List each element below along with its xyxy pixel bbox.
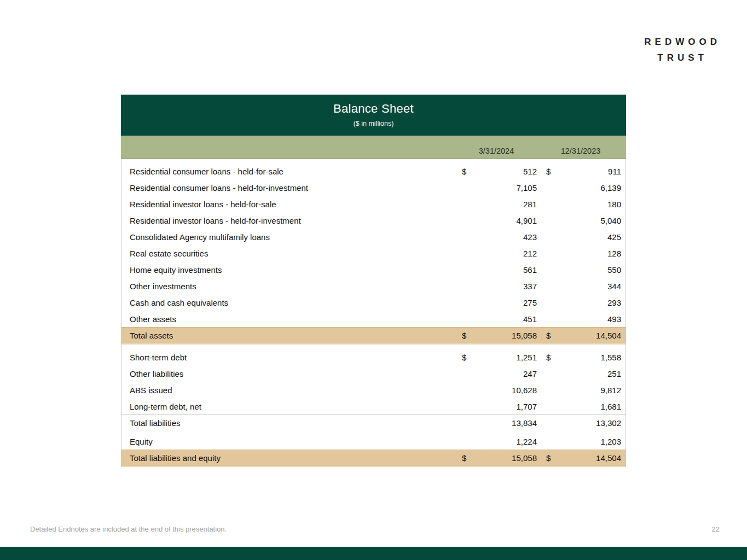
value-cell-2024: 1,707 (455, 402, 537, 411)
row-label: Consolidated Agency multifamily loans (130, 232, 455, 242)
value-cell-2024: 10,628 (455, 386, 537, 395)
value-number-2024: 212 (523, 249, 537, 258)
dollar-sign: $ (455, 167, 466, 176)
row-label: Real estate securities (130, 249, 455, 258)
dollar-sign: $ (539, 331, 551, 340)
value-cell-2024: 247 (455, 369, 537, 378)
row-label: Other investments (130, 282, 455, 291)
dollar-sign: $ (539, 353, 551, 362)
bottom-accent-bar (0, 547, 747, 560)
value-cell-2024: 4,901 (455, 216, 537, 225)
presentation-slide: REDWOOD TRUST Balance Sheet ($ in millio… (0, 0, 747, 560)
row-label: Short-term debt (130, 353, 455, 362)
table-row: Total liabilities 13,834 13,302 (121, 415, 626, 431)
column-header-2024: 3/31/2024 (455, 147, 537, 155)
value-cell-2023: 550 (539, 265, 621, 275)
value-number-2024: 13,834 (512, 418, 537, 428)
page-number: 22 (712, 525, 720, 533)
dollar-sign: $ (539, 167, 551, 176)
value-number-2024: 423 (523, 232, 537, 242)
value-cell-2024: 281 (455, 200, 537, 209)
table-row: Cash and cash equivalents 275 293 (121, 294, 626, 311)
value-cell-2024: 1,224 (455, 437, 537, 446)
value-number-2024: 7,105 (516, 183, 537, 192)
logo-line-redwood: REDWOOD (644, 34, 721, 50)
value-number-2024: 512 (523, 167, 537, 176)
column-header-band: 3/31/2024 12/31/2023 (121, 136, 626, 159)
value-cell-2023: 6,139 (539, 183, 621, 192)
footnote: Detailed Endnotes are included at the en… (30, 525, 227, 533)
row-label: Other assets (130, 314, 455, 324)
value-cell-2023: $ 911 (539, 167, 621, 176)
value-number-2023: 293 (607, 298, 621, 307)
value-cell-2023: $ 14,504 (539, 331, 621, 340)
value-cell-2023: $ 1,558 (539, 353, 621, 362)
row-label: Cash and cash equivalents (130, 298, 455, 307)
table-body: Residential consumer loans - held-for-sa… (121, 159, 626, 466)
row-label: ABS issued (130, 386, 455, 395)
value-number-2023: 180 (607, 200, 621, 209)
table-row: Total assets $ 15,058 $ 14,504 (121, 327, 626, 343)
value-number-2024: 337 (523, 282, 537, 291)
row-label: Equity (130, 437, 455, 446)
value-number-2024: 15,058 (512, 453, 537, 463)
row-label: Total assets (130, 331, 455, 340)
value-cell-2023: 13,302 (539, 418, 621, 428)
row-label: Other liabilities (130, 369, 455, 378)
value-cell-2024: 423 (455, 232, 537, 242)
table-row: Residential consumer loans - held-for-sa… (121, 163, 626, 179)
value-number-2024: 275 (523, 298, 537, 307)
value-cell-2023: 251 (539, 369, 621, 378)
value-number-2024: 451 (523, 314, 537, 324)
value-number-2023: 14,504 (596, 331, 621, 340)
table-row: Other assets 451 493 (121, 311, 626, 327)
value-cell-2023: 5,040 (539, 216, 621, 225)
value-number-2023: 344 (607, 282, 621, 291)
row-label: Residential consumer loans - held-for-in… (130, 183, 455, 192)
value-cell-2023: 344 (539, 282, 621, 291)
dollar-sign: $ (455, 353, 466, 362)
value-cell-2024: 212 (455, 249, 537, 258)
balance-sheet-table: Balance Sheet ($ in millions) 3/31/2024 … (121, 95, 626, 467)
table-row: Consolidated Agency multifamily loans 42… (121, 229, 626, 245)
value-cell-2023: 9,812 (539, 386, 621, 395)
value-number-2023: 1,203 (600, 437, 621, 446)
value-cell-2024: 7,105 (455, 183, 537, 192)
value-number-2023: 911 (608, 167, 621, 176)
value-number-2023: 6,139 (600, 183, 621, 192)
company-logo: REDWOOD TRUST (644, 34, 721, 66)
value-cell-2024: 451 (455, 314, 537, 324)
row-label: Total liabilities and equity (130, 453, 455, 463)
value-number-2023: 1,558 (600, 353, 621, 362)
table-row: Residential investor loans - held-for-sa… (121, 196, 626, 212)
value-number-2024: 1,707 (516, 402, 537, 411)
value-cell-2024: 13,834 (455, 418, 537, 428)
table-row: Other liabilities 247 251 (121, 365, 626, 382)
column-header-2023: 12/31/2023 (540, 147, 622, 155)
value-number-2023: 493 (607, 314, 621, 324)
row-label: Total liabilities (130, 418, 455, 428)
value-number-2023: 14,504 (596, 453, 621, 463)
table-title-bar: Balance Sheet ($ in millions) (121, 95, 626, 136)
table-row: Other investments 337 344 (121, 278, 626, 294)
row-label: Home equity investments (130, 265, 455, 275)
value-cell-2024: 275 (455, 298, 537, 307)
table-row: Real estate securities 212 128 (121, 245, 626, 261)
table-row: Equity 1,224 1,203 (121, 433, 626, 450)
value-number-2024: 281 (523, 200, 537, 209)
value-cell-2023: 425 (539, 232, 621, 242)
value-number-2024: 1,251 (516, 353, 537, 362)
dollar-sign: $ (455, 331, 466, 340)
value-cell-2024: 561 (455, 265, 537, 275)
value-number-2024: 561 (523, 265, 537, 275)
value-cell-2024: $ 15,058 (455, 331, 537, 340)
value-cell-2024: 337 (455, 282, 537, 291)
table-row: Long-term debt, net 1,707 1,681 (121, 398, 626, 415)
value-cell-2024: $ 512 (455, 167, 537, 176)
table-row: Residential investor loans - held-for-in… (121, 212, 626, 229)
value-cell-2023: 180 (539, 200, 621, 209)
table-row: Short-term debt $ 1,251 $ 1,558 (121, 349, 626, 365)
value-number-2023: 1,681 (600, 402, 621, 411)
value-cell-2023: 293 (539, 298, 621, 307)
value-number-2024: 10,628 (512, 386, 537, 395)
